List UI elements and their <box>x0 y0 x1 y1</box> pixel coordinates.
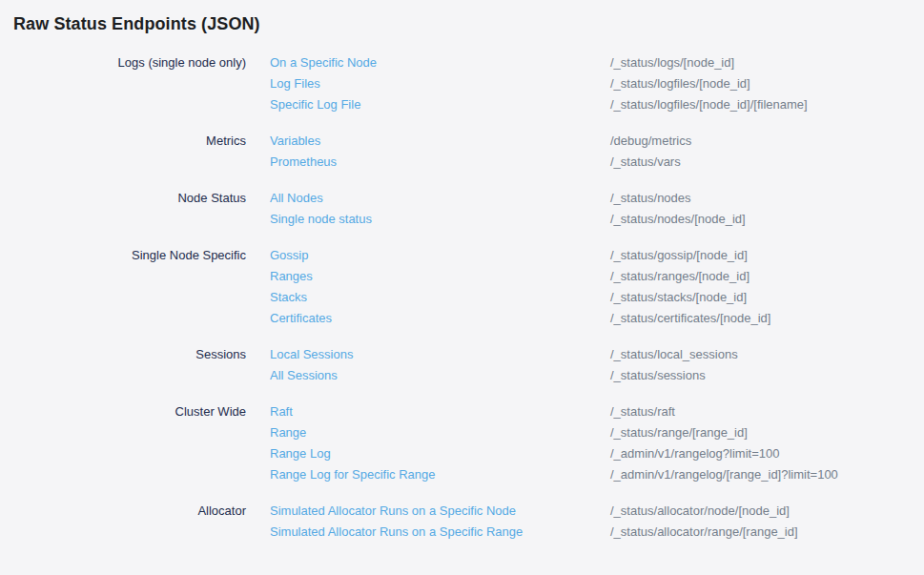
endpoint-section: Node StatusAll Nodes/_status/nodesSingle… <box>13 188 911 230</box>
endpoint-row: Simulated Allocator Runs on a Specific R… <box>270 522 911 543</box>
endpoint-url: /_status/ranges/[node_id] <box>610 266 911 287</box>
endpoint-section: SessionsLocal Sessions/_status/local_ses… <box>13 344 911 386</box>
endpoint-row: Ranges/_status/ranges/[node_id] <box>270 266 911 287</box>
endpoint-section: Single Node SpecificGossip/_status/gossi… <box>13 245 911 329</box>
endpoint-row: Range/_status/range/[range_id] <box>270 422 911 443</box>
endpoint-row: Certificates/_status/certificates/[node_… <box>270 308 911 329</box>
endpoint-row: Range Log/_admin/v1/rangelog?limit=100 <box>270 443 911 464</box>
endpoint-lines: All Nodes/_status/nodesSingle node statu… <box>270 188 911 230</box>
endpoint-url: /_status/stacks/[node_id] <box>610 287 911 308</box>
endpoint-url: /_admin/v1/rangelog/[range_id]?limit=100 <box>610 464 911 485</box>
endpoint-row: All Sessions/_status/sessions <box>270 365 911 386</box>
endpoint-url: /_status/vars <box>610 152 911 173</box>
endpoint-url: /_status/allocator/range/[range_id] <box>610 522 911 543</box>
endpoint-link[interactable]: Range Log for Specific Range <box>270 464 435 485</box>
endpoint-row: Simulated Allocator Runs on a Specific N… <box>270 501 911 522</box>
endpoint-lines: Simulated Allocator Runs on a Specific N… <box>270 501 911 543</box>
endpoint-lines: Raft/_status/raftRange/_status/range/[ra… <box>270 401 911 485</box>
endpoint-link[interactable]: Ranges <box>270 266 313 287</box>
page-title: Raw Status Endpoints (JSON) <box>13 12 911 35</box>
endpoint-row: Prometheus/_status/vars <box>270 152 911 173</box>
endpoint-row: Log Files/_status/logfiles/[node_id] <box>270 73 911 94</box>
endpoint-section: Logs (single node only)On a Specific Nod… <box>13 52 911 115</box>
endpoint-row: Specific Log File/_status/logfiles/[node… <box>270 94 911 115</box>
endpoint-url: /_status/certificates/[node_id] <box>610 308 911 329</box>
endpoint-link[interactable]: Stacks <box>270 287 307 308</box>
endpoint-url: /debug/metrics <box>610 131 911 152</box>
endpoints-table: Logs (single node only)On a Specific Nod… <box>13 52 911 543</box>
endpoint-lines: Local Sessions/_status/local_sessionsAll… <box>270 344 911 386</box>
endpoint-section: MetricsVariables/debug/metricsPrometheus… <box>13 131 911 173</box>
endpoint-url: /_admin/v1/rangelog?limit=100 <box>610 443 911 464</box>
endpoint-link[interactable]: Prometheus <box>270 152 337 173</box>
endpoint-url: /_status/local_sessions <box>610 344 911 365</box>
endpoint-link[interactable]: Certificates <box>270 308 332 329</box>
endpoint-link[interactable]: Specific Log File <box>270 94 360 115</box>
endpoint-lines: Gossip/_status/gossip/[node_id]Ranges/_s… <box>270 245 911 329</box>
endpoint-url: /_status/raft <box>610 401 911 422</box>
endpoint-link[interactable]: Range Log <box>270 443 331 464</box>
endpoint-url: /_status/sessions <box>610 365 911 386</box>
endpoint-row: Stacks/_status/stacks/[node_id] <box>270 287 911 308</box>
endpoint-url: /_status/logs/[node_id] <box>610 52 911 73</box>
endpoint-link[interactable]: All Sessions <box>270 365 338 386</box>
endpoint-lines: Variables/debug/metricsPrometheus/_statu… <box>270 131 911 173</box>
endpoint-link[interactable]: Local Sessions <box>270 344 353 365</box>
endpoint-row: Single node status/_status/nodes/[node_i… <box>270 209 911 230</box>
debug-endpoints-page: Raw Status Endpoints (JSON) Logs (single… <box>0 0 924 543</box>
endpoint-row: Raft/_status/raft <box>270 401 911 422</box>
endpoint-row: On a Specific Node/_status/logs/[node_id… <box>270 52 911 73</box>
endpoint-link[interactable]: On a Specific Node <box>270 52 377 73</box>
endpoint-link[interactable]: Range <box>270 422 306 443</box>
endpoint-url: /_status/allocator/node/[node_id] <box>610 501 911 522</box>
category-label: Single Node Specific <box>13 245 246 329</box>
endpoint-link[interactable]: Log Files <box>270 73 320 94</box>
endpoint-link[interactable]: Simulated Allocator Runs on a Specific N… <box>270 501 516 522</box>
endpoint-row: Local Sessions/_status/local_sessions <box>270 344 911 365</box>
endpoint-url: /_status/nodes/[node_id] <box>610 209 911 230</box>
endpoint-link[interactable]: Variables <box>270 131 320 152</box>
endpoint-url: /_status/range/[range_id] <box>610 422 911 443</box>
endpoint-lines: On a Specific Node/_status/logs/[node_id… <box>270 52 911 115</box>
endpoint-section: AllocatorSimulated Allocator Runs on a S… <box>13 501 911 543</box>
endpoint-section: Cluster WideRaft/_status/raftRange/_stat… <box>13 401 911 485</box>
endpoint-link[interactable]: Simulated Allocator Runs on a Specific R… <box>270 522 523 543</box>
endpoint-row: Variables/debug/metrics <box>270 131 911 152</box>
endpoint-url: /_status/logfiles/[node_id]/[filename] <box>610 94 911 115</box>
endpoint-link[interactable]: Raft <box>270 401 293 422</box>
endpoint-url: /_status/nodes <box>610 188 911 209</box>
endpoint-link[interactable]: All Nodes <box>270 188 323 209</box>
endpoint-row: Range Log for Specific Range/_admin/v1/r… <box>270 464 911 485</box>
endpoint-link[interactable]: Single node status <box>270 209 372 230</box>
category-label: Cluster Wide <box>13 401 246 485</box>
endpoint-row: Gossip/_status/gossip/[node_id] <box>270 245 911 266</box>
category-label: Sessions <box>13 344 246 386</box>
endpoint-link[interactable]: Gossip <box>270 245 308 266</box>
category-label: Logs (single node only) <box>13 52 246 115</box>
endpoint-url: /_status/logfiles/[node_id] <box>610 73 911 94</box>
category-label: Node Status <box>13 188 246 230</box>
endpoint-row: All Nodes/_status/nodes <box>270 188 911 209</box>
category-label: Metrics <box>13 131 246 173</box>
endpoint-url: /_status/gossip/[node_id] <box>610 245 911 266</box>
category-label: Allocator <box>13 501 246 543</box>
